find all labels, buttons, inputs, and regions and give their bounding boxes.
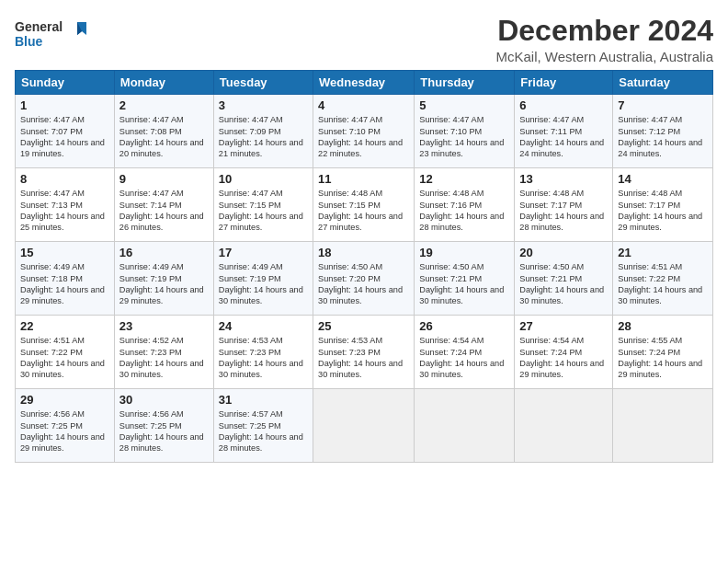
table-row: 11 Sunrise: 4:48 AMSunset: 7:15 PMDaylig… bbox=[313, 168, 415, 242]
logo-area: General Blue bbox=[15, 15, 88, 55]
table-row bbox=[313, 389, 415, 463]
day-info: Sunrise: 4:47 AMSunset: 7:10 PMDaylight:… bbox=[318, 115, 403, 158]
header-monday: Monday bbox=[114, 71, 213, 95]
day-number: 13 bbox=[519, 172, 608, 186]
header-thursday: Thursday bbox=[415, 71, 515, 95]
day-number: 25 bbox=[318, 319, 409, 333]
day-info: Sunrise: 4:47 AMSunset: 7:07 PMDaylight:… bbox=[20, 115, 105, 158]
day-info: Sunrise: 4:56 AMSunset: 7:25 PMDaylight:… bbox=[20, 409, 105, 453]
day-info: Sunrise: 4:47 AMSunset: 7:15 PMDaylight:… bbox=[219, 189, 303, 232]
logo: General Blue bbox=[15, 15, 88, 55]
calendar-week-row: 8 Sunrise: 4:47 AMSunset: 7:13 PMDayligh… bbox=[16, 168, 713, 242]
table-row bbox=[515, 389, 613, 463]
header-tuesday: Tuesday bbox=[213, 71, 313, 95]
day-number: 11 bbox=[318, 172, 409, 186]
calendar-week-row: 22 Sunrise: 4:51 AMSunset: 7:22 PMDaylig… bbox=[16, 316, 713, 389]
day-number: 6 bbox=[519, 98, 608, 112]
calendar-week-row: 1 Sunrise: 4:47 AMSunset: 7:07 PMDayligh… bbox=[16, 95, 713, 168]
calendar-table: Sunday Monday Tuesday Wednesday Thursday… bbox=[15, 70, 713, 463]
day-info: Sunrise: 4:47 AMSunset: 7:12 PMDaylight:… bbox=[618, 115, 702, 158]
day-info: Sunrise: 4:50 AMSunset: 7:20 PMDaylight:… bbox=[318, 262, 403, 305]
table-row: 19 Sunrise: 4:50 AMSunset: 7:21 PMDaylig… bbox=[415, 242, 515, 316]
table-row: 6 Sunrise: 4:47 AMSunset: 7:11 PMDayligh… bbox=[515, 95, 613, 168]
day-number: 23 bbox=[119, 319, 209, 333]
day-info: Sunrise: 4:47 AMSunset: 7:10 PMDaylight:… bbox=[419, 115, 504, 158]
calendar-header-row: Sunday Monday Tuesday Wednesday Thursday… bbox=[16, 71, 713, 95]
day-number: 8 bbox=[20, 172, 109, 186]
day-info: Sunrise: 4:53 AMSunset: 7:23 PMDaylight:… bbox=[318, 336, 403, 379]
svg-text:General: General bbox=[15, 19, 63, 34]
day-number: 29 bbox=[20, 393, 109, 407]
day-info: Sunrise: 4:54 AMSunset: 7:24 PMDaylight:… bbox=[419, 336, 504, 379]
table-row: 26 Sunrise: 4:54 AMSunset: 7:24 PMDaylig… bbox=[415, 316, 515, 389]
calendar-week-row: 29 Sunrise: 4:56 AMSunset: 7:25 PMDaylig… bbox=[16, 389, 713, 463]
table-row: 9 Sunrise: 4:47 AMSunset: 7:14 PMDayligh… bbox=[114, 168, 213, 242]
day-info: Sunrise: 4:51 AMSunset: 7:22 PMDaylight:… bbox=[618, 262, 702, 305]
day-info: Sunrise: 4:51 AMSunset: 7:22 PMDaylight:… bbox=[20, 336, 105, 379]
day-number: 5 bbox=[419, 98, 509, 112]
day-number: 3 bbox=[219, 98, 308, 112]
day-info: Sunrise: 4:54 AMSunset: 7:24 PMDaylight:… bbox=[519, 336, 604, 379]
table-row: 1 Sunrise: 4:47 AMSunset: 7:07 PMDayligh… bbox=[16, 95, 115, 168]
day-number: 7 bbox=[618, 98, 708, 112]
day-number: 20 bbox=[519, 246, 608, 259]
table-row: 31 Sunrise: 4:57 AMSunset: 7:25 PMDaylig… bbox=[213, 389, 313, 463]
table-row: 17 Sunrise: 4:49 AMSunset: 7:19 PMDaylig… bbox=[213, 242, 313, 316]
day-info: Sunrise: 4:49 AMSunset: 7:19 PMDaylight:… bbox=[219, 262, 303, 305]
day-number: 1 bbox=[20, 98, 109, 112]
calendar-container: General Blue December 2024 McKail, Weste… bbox=[0, 0, 728, 470]
day-number: 14 bbox=[618, 172, 708, 186]
table-row bbox=[613, 389, 713, 463]
table-row: 21 Sunrise: 4:51 AMSunset: 7:22 PMDaylig… bbox=[613, 242, 713, 316]
header-friday: Friday bbox=[515, 71, 613, 95]
day-info: Sunrise: 4:47 AMSunset: 7:14 PMDaylight:… bbox=[119, 189, 204, 232]
header-wednesday: Wednesday bbox=[313, 71, 415, 95]
table-row bbox=[415, 389, 515, 463]
table-row: 20 Sunrise: 4:50 AMSunset: 7:21 PMDaylig… bbox=[515, 242, 613, 316]
day-number: 22 bbox=[20, 319, 109, 333]
day-info: Sunrise: 4:48 AMSunset: 7:16 PMDaylight:… bbox=[419, 189, 504, 232]
day-info: Sunrise: 4:48 AMSunset: 7:15 PMDaylight:… bbox=[318, 189, 403, 232]
day-number: 10 bbox=[219, 172, 308, 186]
table-row: 28 Sunrise: 4:55 AMSunset: 7:24 PMDaylig… bbox=[613, 316, 713, 389]
day-number: 16 bbox=[119, 246, 209, 259]
table-row: 10 Sunrise: 4:47 AMSunset: 7:15 PMDaylig… bbox=[213, 168, 313, 242]
table-row: 4 Sunrise: 4:47 AMSunset: 7:10 PMDayligh… bbox=[313, 95, 415, 168]
title-area: December 2024 McKail, Western Australia,… bbox=[496, 15, 713, 64]
table-row: 13 Sunrise: 4:48 AMSunset: 7:17 PMDaylig… bbox=[515, 168, 613, 242]
table-row: 22 Sunrise: 4:51 AMSunset: 7:22 PMDaylig… bbox=[16, 316, 115, 389]
table-row: 5 Sunrise: 4:47 AMSunset: 7:10 PMDayligh… bbox=[415, 95, 515, 168]
day-number: 19 bbox=[419, 246, 509, 259]
table-row: 25 Sunrise: 4:53 AMSunset: 7:23 PMDaylig… bbox=[313, 316, 415, 389]
table-row: 8 Sunrise: 4:47 AMSunset: 7:13 PMDayligh… bbox=[16, 168, 115, 242]
day-info: Sunrise: 4:47 AMSunset: 7:13 PMDaylight:… bbox=[20, 189, 105, 232]
table-row: 29 Sunrise: 4:56 AMSunset: 7:25 PMDaylig… bbox=[16, 389, 115, 463]
day-number: 27 bbox=[519, 319, 608, 333]
table-row: 24 Sunrise: 4:53 AMSunset: 7:23 PMDaylig… bbox=[213, 316, 313, 389]
day-info: Sunrise: 4:48 AMSunset: 7:17 PMDaylight:… bbox=[519, 189, 604, 232]
table-row: 23 Sunrise: 4:52 AMSunset: 7:23 PMDaylig… bbox=[114, 316, 213, 389]
day-info: Sunrise: 4:57 AMSunset: 7:25 PMDaylight:… bbox=[219, 409, 303, 453]
day-info: Sunrise: 4:47 AMSunset: 7:08 PMDaylight:… bbox=[119, 115, 204, 158]
day-info: Sunrise: 4:52 AMSunset: 7:23 PMDaylight:… bbox=[119, 336, 204, 379]
header: General Blue December 2024 McKail, Weste… bbox=[15, 15, 713, 64]
day-info: Sunrise: 4:50 AMSunset: 7:21 PMDaylight:… bbox=[419, 262, 504, 305]
day-info: Sunrise: 4:47 AMSunset: 7:09 PMDaylight:… bbox=[219, 115, 303, 158]
header-sunday: Sunday bbox=[16, 71, 115, 95]
table-row: 2 Sunrise: 4:47 AMSunset: 7:08 PMDayligh… bbox=[114, 95, 213, 168]
day-info: Sunrise: 4:48 AMSunset: 7:17 PMDaylight:… bbox=[618, 189, 702, 232]
table-row: 18 Sunrise: 4:50 AMSunset: 7:20 PMDaylig… bbox=[313, 242, 415, 316]
table-row: 3 Sunrise: 4:47 AMSunset: 7:09 PMDayligh… bbox=[213, 95, 313, 168]
table-row: 16 Sunrise: 4:49 AMSunset: 7:19 PMDaylig… bbox=[114, 242, 213, 316]
svg-text:Blue: Blue bbox=[15, 34, 43, 49]
table-row: 15 Sunrise: 4:49 AMSunset: 7:18 PMDaylig… bbox=[16, 242, 115, 316]
table-row: 30 Sunrise: 4:56 AMSunset: 7:25 PMDaylig… bbox=[114, 389, 213, 463]
day-number: 21 bbox=[618, 246, 708, 259]
day-info: Sunrise: 4:56 AMSunset: 7:25 PMDaylight:… bbox=[119, 409, 204, 453]
table-row: 27 Sunrise: 4:54 AMSunset: 7:24 PMDaylig… bbox=[515, 316, 613, 389]
calendar-week-row: 15 Sunrise: 4:49 AMSunset: 7:18 PMDaylig… bbox=[16, 242, 713, 316]
day-number: 24 bbox=[219, 319, 308, 333]
day-info: Sunrise: 4:47 AMSunset: 7:11 PMDaylight:… bbox=[519, 115, 604, 158]
day-number: 31 bbox=[219, 393, 308, 407]
header-saturday: Saturday bbox=[613, 71, 713, 95]
